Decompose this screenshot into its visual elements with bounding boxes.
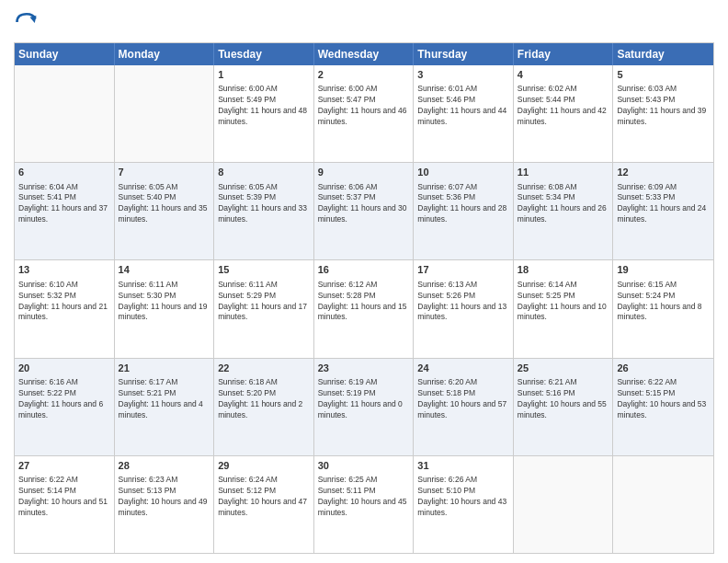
sunrise-text: Sunrise: 6:06 AM [318,182,410,193]
day-number: 19 [617,263,710,277]
sunrise-text: Sunrise: 6:07 AM [417,182,509,193]
daylight-text: Daylight: 11 hours and 42 minutes. [518,106,609,128]
day-number: 11 [518,166,609,179]
day-7: 7Sunrise: 6:05 AMSunset: 5:40 PMDaylight… [115,163,215,259]
day-5: 5Sunrise: 6:03 AMSunset: 5:43 PMDaylight… [613,65,713,162]
day-number: 26 [617,362,710,375]
daylight-text: Daylight: 11 hours and 19 minutes. [119,302,210,324]
day-number: 21 [119,362,210,375]
day-11: 11Sunrise: 6:08 AMSunset: 5:34 PMDayligh… [514,163,614,259]
day-17: 17Sunrise: 6:13 AMSunset: 5:26 PMDayligh… [414,260,514,357]
sunrise-text: Sunrise: 6:15 AM [617,280,710,291]
calendar-body: 1Sunrise: 6:00 AMSunset: 5:49 PMDaylight… [15,65,713,553]
week-row-5: 27Sunrise: 6:22 AMSunset: 5:14 PMDayligh… [15,455,713,553]
sunset-text: Sunset: 5:21 PM [119,388,210,399]
daylight-text: Daylight: 10 hours and 49 minutes. [119,497,210,519]
week-row-1: 1Sunrise: 6:00 AMSunset: 5:49 PMDaylight… [15,65,713,162]
sunset-text: Sunset: 5:20 PM [218,388,310,399]
daylight-text: Daylight: 11 hours and 46 minutes. [318,106,410,128]
day-number: 2 [318,68,410,82]
sunrise-text: Sunrise: 6:24 AM [218,475,310,486]
sunrise-text: Sunrise: 6:01 AM [417,84,509,95]
day-12: 12Sunrise: 6:09 AMSunset: 5:33 PMDayligh… [613,163,713,259]
empty-cell [15,65,115,162]
day-number: 13 [18,263,110,277]
daylight-text: Daylight: 11 hours and 26 minutes. [518,203,609,225]
header-day-thursday: Thursday [414,43,514,65]
sunrise-text: Sunrise: 6:11 AM [218,280,310,291]
day-number: 5 [617,68,710,82]
daylight-text: Daylight: 10 hours and 51 minutes. [18,497,110,519]
day-number: 3 [417,68,509,82]
daylight-text: Daylight: 10 hours and 53 minutes. [617,399,710,421]
daylight-text: Daylight: 11 hours and 13 minutes. [417,302,509,324]
sunrise-text: Sunrise: 6:19 AM [318,377,410,388]
sunrise-text: Sunrise: 6:03 AM [617,84,710,95]
sunset-text: Sunset: 5:16 PM [518,388,609,399]
day-25: 25Sunrise: 6:21 AMSunset: 5:16 PMDayligh… [514,359,614,455]
day-number: 29 [218,459,310,473]
day-number: 17 [417,263,509,277]
sunrise-text: Sunrise: 6:09 AM [617,182,710,193]
sunrise-text: Sunrise: 6:23 AM [119,475,210,486]
sunrise-text: Sunrise: 6:20 AM [417,377,509,388]
day-number: 14 [119,263,210,277]
sunrise-text: Sunrise: 6:05 AM [218,182,310,193]
header-day-wednesday: Wednesday [314,43,415,65]
sunset-text: Sunset: 5:15 PM [617,388,710,399]
daylight-text: Daylight: 10 hours and 45 minutes. [318,497,410,519]
day-number: 4 [518,68,609,82]
sunset-text: Sunset: 5:26 PM [417,291,509,302]
calendar: SundayMondayTuesdayWednesdayThursdayFrid… [14,42,714,554]
sunset-text: Sunset: 5:49 PM [218,95,310,106]
day-2: 2Sunrise: 6:00 AMSunset: 5:47 PMDaylight… [314,65,415,162]
daylight-text: Daylight: 10 hours and 43 minutes. [417,497,509,519]
day-6: 6Sunrise: 6:04 AMSunset: 5:41 PMDaylight… [15,163,115,259]
sunset-text: Sunset: 5:14 PM [18,486,110,497]
header-day-saturday: Saturday [613,43,713,65]
daylight-text: Daylight: 11 hours and 30 minutes. [318,203,410,225]
sunrise-text: Sunrise: 6:25 AM [318,475,410,486]
day-13: 13Sunrise: 6:10 AMSunset: 5:32 PMDayligh… [15,260,115,357]
sunset-text: Sunset: 5:28 PM [318,291,410,302]
day-3: 3Sunrise: 6:01 AMSunset: 5:46 PMDaylight… [414,65,514,162]
day-28: 28Sunrise: 6:23 AMSunset: 5:13 PMDayligh… [115,456,215,553]
sunrise-text: Sunrise: 6:21 AM [518,377,609,388]
sunrise-text: Sunrise: 6:00 AM [318,84,410,95]
sunset-text: Sunset: 5:33 PM [617,192,710,203]
day-4: 4Sunrise: 6:02 AMSunset: 5:44 PMDaylight… [514,65,614,162]
sunset-text: Sunset: 5:46 PM [417,95,509,106]
day-15: 15Sunrise: 6:11 AMSunset: 5:29 PMDayligh… [214,260,314,357]
sunset-text: Sunset: 5:22 PM [18,388,110,399]
header [14,9,714,35]
sunset-text: Sunset: 5:29 PM [218,291,310,302]
sunset-text: Sunset: 5:24 PM [617,291,710,302]
sunset-text: Sunset: 5:34 PM [518,192,609,203]
sunset-text: Sunset: 5:37 PM [318,192,410,203]
daylight-text: Daylight: 10 hours and 55 minutes. [518,399,609,421]
day-number: 10 [417,166,509,179]
sunrise-text: Sunrise: 6:05 AM [119,182,210,193]
sunrise-text: Sunrise: 6:04 AM [18,182,110,193]
sunrise-text: Sunrise: 6:26 AM [417,475,509,486]
daylight-text: Daylight: 11 hours and 48 minutes. [218,106,310,128]
sunrise-text: Sunrise: 6:13 AM [417,280,509,291]
day-9: 9Sunrise: 6:06 AMSunset: 5:37 PMDaylight… [314,163,415,259]
sunrise-text: Sunrise: 6:12 AM [318,280,410,291]
day-number: 6 [18,166,110,179]
sunrise-text: Sunrise: 6:08 AM [518,182,609,193]
daylight-text: Daylight: 11 hours and 10 minutes. [518,302,609,324]
daylight-text: Daylight: 11 hours and 28 minutes. [417,203,509,225]
day-21: 21Sunrise: 6:17 AMSunset: 5:21 PMDayligh… [115,359,215,455]
header-day-monday: Monday [115,43,215,65]
day-number: 7 [119,166,210,179]
day-14: 14Sunrise: 6:11 AMSunset: 5:30 PMDayligh… [115,260,215,357]
day-number: 18 [518,263,609,277]
day-number: 24 [417,362,509,375]
day-24: 24Sunrise: 6:20 AMSunset: 5:18 PMDayligh… [414,359,514,455]
sunset-text: Sunset: 5:44 PM [518,95,609,106]
daylight-text: Daylight: 11 hours and 35 minutes. [119,203,210,225]
header-day-sunday: Sunday [15,43,115,65]
sunset-text: Sunset: 5:11 PM [318,486,410,497]
day-number: 12 [617,166,710,179]
